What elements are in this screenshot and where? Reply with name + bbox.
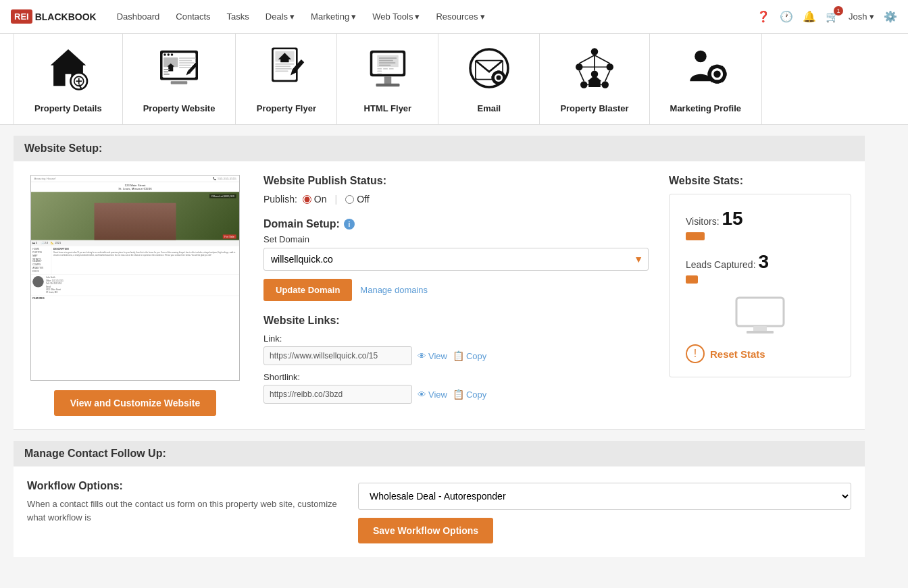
tab-html-flyer[interactable]: HTML Flyer xyxy=(337,34,438,124)
property-blaster-icon xyxy=(571,45,618,98)
svg-point-69 xyxy=(714,71,722,78)
svg-rect-26 xyxy=(275,66,291,68)
link-label: Link: xyxy=(263,333,649,344)
shortlink-view-action[interactable]: 👁 View xyxy=(418,390,447,400)
nav-webtools[interactable]: Web Tools ▾ xyxy=(372,11,420,22)
view-label-short: View xyxy=(428,390,447,400)
save-workflow-button[interactable]: Save Workflow Options xyxy=(358,518,493,543)
svg-rect-16 xyxy=(179,60,192,61)
cart-wrapper[interactable]: 🛒 1 xyxy=(826,10,839,23)
nav-resources[interactable]: Resources ▾ xyxy=(436,11,484,22)
email-icon xyxy=(465,45,513,98)
nav-deals[interactable]: Deals ▾ xyxy=(266,11,295,22)
view-customize-button[interactable]: View and Customize Website xyxy=(54,390,216,416)
visitors-bar xyxy=(686,232,705,240)
preview-header: Amazing House! 📞 555-555-5555 xyxy=(31,176,239,182)
nav-tasks[interactable]: Tasks xyxy=(227,11,249,22)
svg-rect-35 xyxy=(377,71,382,72)
copy-label: Copy xyxy=(466,351,486,361)
publish-off-input[interactable] xyxy=(345,195,354,204)
link-input[interactable] xyxy=(263,346,412,365)
tab-property-website[interactable]: Property Website xyxy=(123,34,236,124)
copy-icon-short: 📋 xyxy=(453,389,464,400)
website-links: Website Links: Link: 👁 View 📋 Copy xyxy=(263,315,649,404)
tab-email[interactable]: Email xyxy=(438,34,540,124)
svg-rect-27 xyxy=(275,68,292,70)
svg-line-61 xyxy=(579,71,584,82)
monitor-icon xyxy=(686,294,834,344)
svg-point-53 xyxy=(591,48,599,55)
manage-domains-link[interactable]: Manage domains xyxy=(360,285,428,295)
svg-rect-21 xyxy=(171,81,188,84)
clock-icon[interactable]: 🕐 xyxy=(780,10,793,23)
svg-rect-49 xyxy=(497,71,500,74)
shortlink-copy-action[interactable]: 📋 Copy xyxy=(453,389,486,400)
shortlink-input[interactable] xyxy=(263,385,412,404)
nav-right: ❓ 🕐 🔔 🛒 1 Josh ▾ ⚙️ xyxy=(757,10,897,23)
svg-rect-12 xyxy=(163,69,170,70)
brand-text: BLACKBOOK xyxy=(35,11,97,22)
tab-marketing-profile-label: Marketing Profile xyxy=(670,103,741,113)
workflow-right: Wholesale Deal - Autoresponder Retail De… xyxy=(358,480,851,543)
set-domain-label: Set Domain xyxy=(263,234,649,244)
tab-marketing-profile[interactable]: Marketing Profile xyxy=(650,34,762,124)
publish-on-input[interactable] xyxy=(303,195,311,204)
shortlink-input-row: 👁 View 📋 Copy xyxy=(263,385,649,404)
svg-rect-50 xyxy=(497,82,500,84)
svg-rect-13 xyxy=(163,71,168,72)
nav-dashboard[interactable]: Dashboard xyxy=(117,11,160,22)
publish-off-radio[interactable]: Off xyxy=(345,194,369,205)
svg-line-62 xyxy=(605,71,610,82)
leads-count: 3 xyxy=(758,251,769,272)
leads-bar xyxy=(686,275,698,284)
svg-point-9 xyxy=(171,53,174,56)
update-domain-button[interactable]: Update Domain xyxy=(263,279,352,301)
publish-label: Publish: xyxy=(263,194,297,205)
link-row-main: Link: 👁 View 📋 Copy xyxy=(263,333,649,365)
reset-stats-label: Reset Stats xyxy=(710,348,765,360)
tab-property-details[interactable]: Property Details xyxy=(14,34,123,124)
main-content: Website Setup: Amazing House! 📞 555-555-… xyxy=(0,136,878,584)
nav-contacts[interactable]: Contacts xyxy=(176,11,210,22)
svg-rect-14 xyxy=(163,74,170,75)
user-menu[interactable]: Josh ▾ xyxy=(849,11,874,22)
visitors-label: Visitors: xyxy=(686,216,720,227)
svg-rect-38 xyxy=(376,84,399,86)
workflow-title: Workflow Options: xyxy=(27,480,338,492)
workflow-select[interactable]: Wholesale Deal - Autoresponder Retail De… xyxy=(358,483,851,510)
publish-on-radio[interactable]: On xyxy=(303,194,327,205)
brand[interactable]: REI BLACKBOOK xyxy=(11,9,97,24)
reset-icon: ! xyxy=(686,344,705,363)
tab-property-blaster[interactable]: Property Blaster xyxy=(540,34,649,124)
site-preview: Amazing House! 📞 555-555-5555 123 Main S… xyxy=(30,175,240,381)
svg-rect-51 xyxy=(491,76,494,79)
reset-stats-row[interactable]: ! Reset Stats xyxy=(686,344,834,363)
shortlink-label: Shortlink: xyxy=(263,372,649,382)
tab-email-label: Email xyxy=(478,103,501,113)
tab-property-website-label: Property Website xyxy=(143,103,216,113)
svg-rect-40 xyxy=(379,60,393,61)
link-copy-action[interactable]: 📋 Copy xyxy=(453,350,486,361)
workflow-panel: Workflow Options: When a contact fills o… xyxy=(14,466,865,557)
preview-inner: Amazing House! 📞 555-555-5555 123 Main S… xyxy=(31,176,239,381)
domain-info-icon[interactable]: i xyxy=(344,219,355,230)
property-flyer-icon xyxy=(263,45,310,98)
settings-icon[interactable]: ⚙️ xyxy=(884,10,897,23)
svg-rect-71 xyxy=(715,80,719,84)
svg-rect-28 xyxy=(275,71,288,72)
help-icon[interactable]: ❓ xyxy=(757,10,770,23)
svg-rect-42 xyxy=(379,65,391,66)
nav-marketing[interactable]: Marketing ▾ xyxy=(311,11,356,22)
link-view-action[interactable]: 👁 View xyxy=(418,351,447,361)
domain-setup-title: Domain Setup: xyxy=(263,218,340,230)
tab-property-flyer[interactable]: Property Flyer xyxy=(236,34,337,124)
svg-rect-80 xyxy=(747,331,774,333)
bell-icon[interactable]: 🔔 xyxy=(803,10,816,23)
svg-rect-36 xyxy=(377,73,382,74)
svg-rect-73 xyxy=(724,72,727,76)
website-links-title: Website Links: xyxy=(263,315,649,327)
marketing-profile-icon xyxy=(682,45,729,98)
domain-select[interactable]: willsellquick.co xyxy=(263,248,649,271)
svg-rect-52 xyxy=(503,76,505,79)
svg-rect-18 xyxy=(179,65,191,66)
